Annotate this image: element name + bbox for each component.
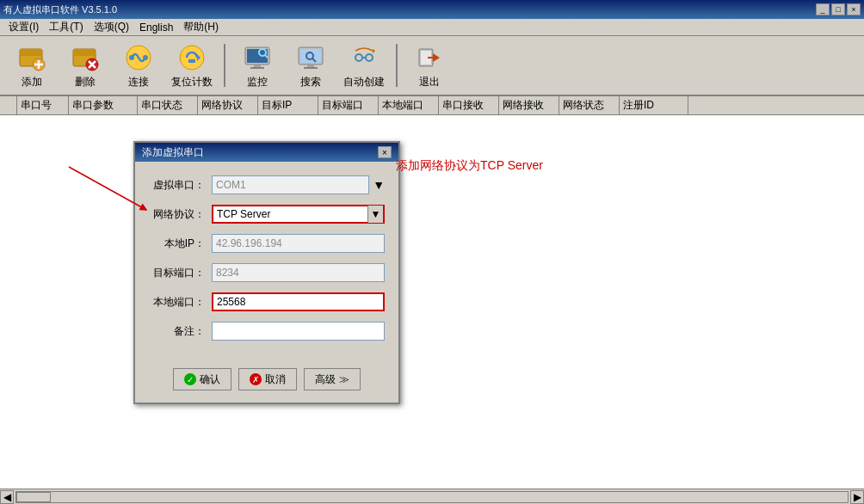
svg-rect-15 (188, 59, 195, 63)
exit-icon (414, 42, 445, 73)
close-button[interactable]: × (847, 3, 861, 15)
title-bar-buttons: _ □ × (816, 3, 861, 15)
remark-input[interactable] (212, 322, 385, 341)
svg-rect-18 (254, 65, 261, 67)
auto-create-label: 自动创建 (343, 75, 385, 89)
dialog-title: 添加虚拟串口 × (135, 143, 398, 162)
svg-point-29 (355, 54, 362, 61)
dialog-footer: ✓ 确认 ✗ 取消 高级 ≫ (135, 361, 398, 403)
add-label: 添加 (22, 75, 42, 89)
menu-settings[interactable]: 设置(I) (3, 18, 44, 36)
cancel-button[interactable]: ✗ 取消 (238, 368, 297, 390)
dialog-close-button[interactable]: × (378, 146, 392, 158)
search-button[interactable]: 搜索 (286, 40, 336, 91)
search-label: 搜索 (300, 75, 321, 89)
svg-point-11 (129, 55, 134, 60)
monitor-button[interactable]: 监控 (232, 40, 282, 91)
toolbar-sep-2 (396, 44, 398, 87)
dialog-body: 虚拟串口： ▼ 网络协议： TCP Server ▼ 本地IP： 目标端口： (135, 162, 398, 361)
target-port-label: 目标端口： (149, 266, 205, 280)
auto-create-button[interactable]: 自动创建 (339, 40, 389, 91)
window-title: 有人虚拟串口软件 V3.5.1.0 (3, 3, 117, 16)
exit-button[interactable]: 退出 (404, 40, 454, 91)
virtual-port-input[interactable] (212, 175, 369, 194)
cancel-label: 取消 (265, 372, 286, 387)
connect-icon (123, 42, 154, 73)
add-icon (16, 42, 47, 73)
network-protocol-label: 网络协议： (149, 207, 205, 222)
col-target-port: 目标端口 (318, 96, 379, 114)
col-local-port: 本地端口 (379, 96, 439, 114)
confirm-label: 确认 (200, 372, 220, 387)
add-button[interactable]: 添加 (7, 40, 57, 91)
local-ip-row: 本地IP： (149, 234, 385, 253)
scrollbar-thumb[interactable] (16, 492, 51, 502)
target-port-row: 目标端口： (149, 263, 385, 282)
remark-row: 备注： (149, 322, 385, 341)
local-port-input[interactable] (212, 292, 385, 311)
menu-help[interactable]: 帮助(H) (178, 18, 224, 36)
svg-rect-24 (307, 65, 314, 67)
target-port-input[interactable] (212, 263, 385, 282)
virtual-port-dropdown[interactable]: ▼ (373, 178, 385, 192)
annotation-text: 添加网络协议为TCP Server (396, 158, 543, 174)
svg-marker-32 (373, 49, 375, 53)
col-target-ip: 目标IP (258, 96, 318, 114)
virtual-port-label: 虚拟串口： (149, 178, 205, 193)
menu-english[interactable]: English (134, 20, 178, 35)
confirm-button[interactable]: ✓ 确认 (173, 368, 231, 390)
advanced-label: 高级 ≫ (315, 372, 349, 387)
confirm-icon: ✓ (184, 373, 196, 385)
network-protocol-row: 网络协议： TCP Server ▼ (149, 205, 385, 224)
scroll-right-button[interactable]: ▶ (850, 490, 864, 504)
svg-point-12 (143, 55, 148, 60)
connect-label: 连接 (128, 75, 149, 89)
main-content: 添加网络协议为TCP Server 添加虚拟串口 × 虚拟串口： ▼ 网络协议：… (0, 115, 864, 489)
col-reg-id: 注册ID (620, 96, 688, 114)
menu-bar: 设置(I) 工具(T) 选项(Q) English 帮助(H) (0, 19, 864, 36)
svg-rect-25 (304, 67, 318, 69)
bottom-scrollbar-area: ◀ ▶ (0, 489, 864, 504)
svg-rect-1 (20, 49, 42, 56)
col-marker (0, 96, 17, 114)
delete-label: 删除 (75, 75, 96, 89)
col-params: 串口参数 (69, 96, 138, 114)
connect-button[interactable]: 连接 (114, 40, 164, 91)
svg-rect-19 (250, 67, 264, 69)
title-bar: 有人虚拟串口软件 V3.5.1.0 _ □ × (0, 0, 864, 19)
maximize-button[interactable]: □ (831, 3, 845, 15)
network-protocol-select[interactable]: TCP Server ▼ (212, 205, 385, 224)
menu-options[interactable]: 选项(Q) (89, 18, 134, 36)
monitor-label: 监控 (247, 75, 268, 89)
search-icon (295, 42, 326, 73)
col-net-status: 网络状态 (559, 96, 620, 114)
exit-label: 退出 (419, 75, 440, 89)
reset-label: 复位计数 (171, 75, 213, 89)
svg-rect-6 (73, 49, 96, 56)
toolbar: 添加 删除 连接 (0, 36, 864, 96)
local-port-label: 本地端口： (149, 295, 205, 310)
local-port-row: 本地端口： (149, 292, 385, 311)
minimize-button[interactable]: _ (816, 3, 830, 15)
delete-icon (70, 42, 101, 73)
advanced-button[interactable]: 高级 ≫ (304, 368, 360, 390)
toolbar-sep-1 (224, 44, 225, 87)
local-ip-label: 本地IP： (149, 237, 205, 251)
reset-button[interactable]: 复位计数 (167, 40, 217, 91)
horizontal-scrollbar[interactable] (15, 491, 849, 503)
add-dialog: 添加虚拟串口 × 虚拟串口： ▼ 网络协议： TCP Server ▼ 本地IP… (133, 141, 400, 404)
reset-icon (176, 42, 207, 73)
protocol-dropdown-arrow[interactable]: ▼ (367, 206, 383, 223)
delete-button[interactable]: 删除 (60, 40, 110, 91)
col-port: 串口号 (17, 96, 69, 114)
scroll-left-button[interactable]: ◀ (0, 490, 14, 504)
cancel-icon: ✗ (250, 373, 262, 385)
menu-tools[interactable]: 工具(T) (44, 18, 88, 36)
monitor-icon (242, 42, 273, 73)
network-protocol-value: TCP Server (213, 208, 367, 220)
col-status: 串口状态 (138, 96, 198, 114)
auto-create-icon (349, 42, 380, 73)
dialog-title-text: 添加虚拟串口 (142, 145, 204, 160)
col-protocol: 网络协议 (198, 96, 258, 114)
local-ip-input[interactable] (212, 234, 385, 253)
